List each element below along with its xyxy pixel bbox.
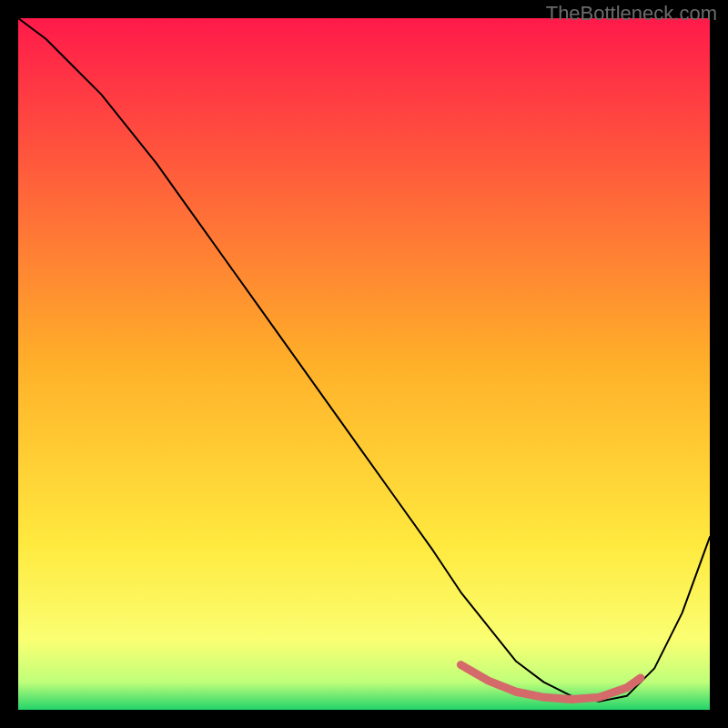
gradient-background	[18, 18, 710, 710]
plot-area	[18, 18, 710, 710]
watermark-text: TheBottleneck.com	[546, 2, 717, 25]
chart-frame: TheBottleneck.com	[0, 0, 728, 728]
chart-svg	[18, 18, 710, 710]
